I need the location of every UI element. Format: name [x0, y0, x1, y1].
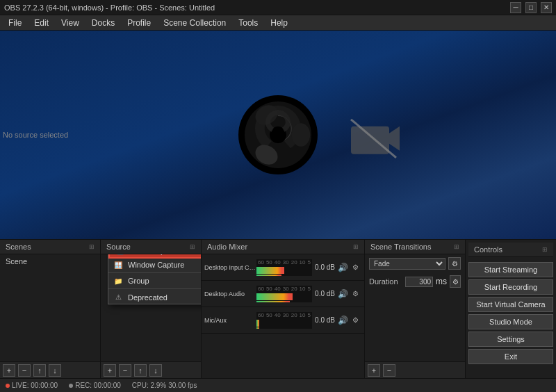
menu-scene-collection[interactable]: Scene Collection [158, 17, 231, 29]
audio-mute-2[interactable]: 🔊 [336, 288, 349, 300]
duration-unit: ms [436, 277, 447, 286]
ctx-window[interactable]: 🪟 Window Capture [108, 259, 201, 271]
transitions-header: Scene Transitions ⊞ [365, 240, 465, 254]
ctx-deprecated[interactable]: ⚠ Deprecated ▶ [108, 291, 201, 304]
menu-help[interactable]: Help [265, 17, 293, 29]
window-icon: 🪟 [113, 261, 124, 269]
transitions-add-button[interactable]: + [368, 364, 380, 377]
sources-panel: Source ⊞ 🎤 Audio Input Capture 🔊 Audio O… [101, 240, 202, 378]
sources-remove-button[interactable]: − [119, 364, 131, 377]
menu-profile[interactable]: Profile [122, 17, 156, 29]
status-rec: REC: 00:00:00 [69, 382, 121, 389]
meter-bar-3a [256, 320, 312, 327]
audio-track-1: Desktop Input Capture 6050403020105 0.0 … [202, 254, 364, 281]
transitions-footer: + − [365, 361, 465, 378]
maximize-button[interactable]: □ [525, 2, 537, 13]
audio-settings-1[interactable]: ⚙ [349, 261, 361, 274]
scene-item[interactable]: Scene [1, 256, 99, 267]
scenes-up-button[interactable]: ↑ [33, 364, 46, 377]
menu-file[interactable]: File [3, 17, 27, 29]
menu-tools[interactable]: Tools [233, 17, 263, 29]
ctx-separator-1 [108, 272, 201, 273]
audio-db-1: 0.0 dB [312, 263, 336, 271]
start-virtual-camera-button[interactable]: Start Virtual Camera [468, 297, 553, 312]
transition-type-select[interactable]: Fade Cut Swipe [369, 258, 445, 270]
transitions-icon: ⊞ [454, 243, 459, 250]
menu-docks[interactable]: Docks [86, 17, 120, 29]
menu-edit[interactable]: Edit [28, 17, 54, 29]
controls-header: Controls ⊞ [468, 243, 553, 257]
duration-config-button[interactable]: ⚙ [450, 275, 461, 288]
live-indicator [6, 384, 10, 388]
sources-header: Source ⊞ [101, 240, 201, 254]
audio-mute-3[interactable]: 🔊 [336, 314, 349, 327]
sources-up-button[interactable]: ↑ [134, 364, 147, 377]
bottom-panels: Scenes ⊞ Scene + − ↑ ↓ Source ⊞ [0, 239, 556, 378]
transitions-remove-button[interactable]: − [383, 364, 395, 377]
meter-ticks-2: 6050403020105 [256, 286, 312, 293]
sources-down-button[interactable]: ↓ [149, 364, 162, 377]
obs-logo [236, 93, 320, 177]
meter-ticks-3: 6050403020105 [256, 312, 312, 319]
scenes-remove-button[interactable]: − [18, 364, 31, 377]
status-live: LIVE: 00:00:00 [6, 382, 58, 389]
menu-bar: File Edit View Docks Profile Scene Colle… [0, 15, 556, 31]
meter-bar-2b [256, 301, 312, 302]
studio-mode-button[interactable]: Studio Mode [468, 314, 553, 329]
minimize-button[interactable]: ─ [510, 2, 521, 13]
audio-mixer-header: Audio Mixer ⊞ [202, 240, 364, 254]
start-recording-button[interactable]: Start Recording [468, 279, 553, 295]
scenes-add-button[interactable]: + [3, 364, 15, 377]
video-capture-icon: 📹 [114, 254, 125, 255]
meter-bar-3b [256, 327, 312, 329]
ctx-group[interactable]: 📁 Group [108, 275, 201, 287]
scenes-down-button[interactable]: ↓ [49, 364, 61, 377]
audio-settings-2[interactable]: ⚙ [349, 288, 361, 300]
settings-button[interactable]: Settings [468, 332, 553, 347]
exit-button[interactable]: Exit [468, 349, 553, 364]
duration-input[interactable] [405, 277, 433, 287]
meter-bar-2a [256, 293, 312, 300]
start-streaming-button[interactable]: Start Streaming [468, 262, 553, 277]
audio-settings-3[interactable]: ⚙ [349, 314, 361, 327]
title-controls: ─ □ ✕ [510, 2, 552, 13]
transitions-title: Scene Transitions [370, 243, 431, 251]
deprecated-icon: ⚠ [113, 293, 124, 301]
sources-add-button[interactable]: + [104, 364, 116, 377]
audio-meter-3: 6050403020105 [256, 312, 312, 329]
controls-panel: Controls ⊞ Start Streaming Start Recordi… [466, 240, 556, 378]
transition-config-button[interactable]: ⚙ [448, 257, 461, 270]
meter-bar-1b [256, 275, 312, 276]
fps-value: 30.00 fps [168, 382, 197, 389]
controls-title: Controls [474, 245, 502, 254]
close-button[interactable]: ✕ [541, 2, 552, 13]
live-timer: LIVE: 00:00:00 [12, 382, 58, 389]
preview-area: No source selected [0, 31, 556, 239]
scenes-content: Scene [0, 254, 100, 361]
sources-footer: + − ↑ ↓ [101, 361, 201, 378]
scenes-scroll-icon: ⊞ [89, 243, 95, 250]
meter-bar-1a [256, 267, 312, 274]
scenes-panel: Scenes ⊞ Scene + − ↑ ↓ [0, 240, 101, 378]
menu-view[interactable]: View [56, 17, 85, 29]
status-cpu: CPU: 2.9% 30.00 fps [132, 382, 197, 389]
duration-label: Duration [369, 277, 402, 286]
meter-ticks-1: 6050403020105 [256, 259, 312, 266]
rec-timer: REC: 00:00:00 [75, 382, 121, 389]
camera-off-icon [348, 116, 403, 161]
controls-icon: ⊞ [542, 246, 548, 253]
sources-content: 🎤 Audio Input Capture 🔊 Audio Output Cap… [101, 254, 201, 361]
rec-indicator [69, 384, 73, 388]
svg-point-3 [292, 123, 310, 147]
group-icon: 📁 [113, 277, 124, 285]
status-bar: LIVE: 00:00:00 REC: 00:00:00 CPU: 2.9% 3… [0, 378, 556, 392]
audio-track-2-label: Desktop Audio [204, 291, 256, 297]
title-text: OBS 27.2.3 (64-bit, windows) - Profile: … [4, 3, 215, 12]
sources-scroll-icon: ⊞ [190, 243, 195, 250]
audio-mute-1[interactable]: 🔊 [336, 261, 349, 274]
audio-db-3: 0.0 dB [312, 316, 336, 324]
cpu-usage: CPU: 2.9% [132, 382, 166, 389]
transition-type-row: Fade Cut Swipe ⚙ [365, 254, 465, 272]
scenes-title: Scenes [6, 243, 31, 251]
audio-mixer-panel: Audio Mixer ⊞ Desktop Input Capture 6050… [202, 240, 365, 378]
